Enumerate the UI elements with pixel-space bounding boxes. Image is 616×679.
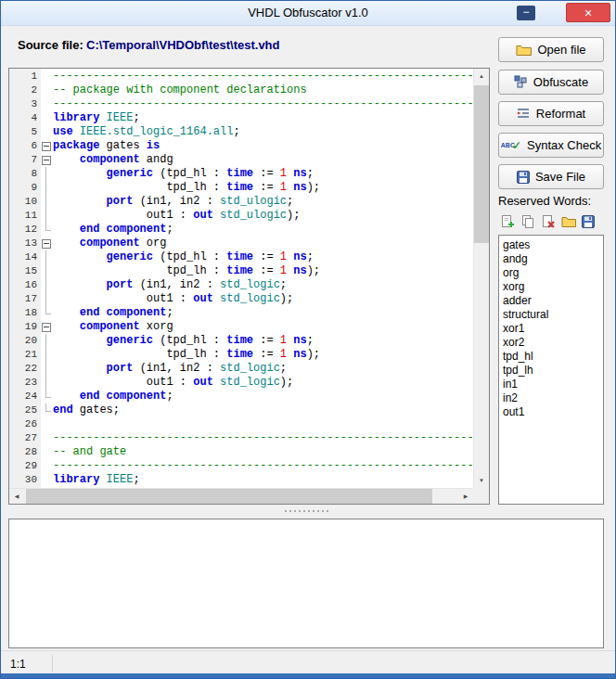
code-line: 5use IEEE.std_logic_1164.all; <box>9 125 473 139</box>
save-file-label: Save File <box>535 170 585 184</box>
code-line: 1---------------------------------------… <box>9 70 473 83</box>
close-button[interactable]: ✕ <box>566 3 610 22</box>
save-wordlist-icon[interactable] <box>582 215 595 228</box>
open-file-button[interactable]: Open file <box>498 37 604 62</box>
reformat-label: Reformat <box>536 107 585 121</box>
code-line: 15 tpd_lh : time := 1 ns); <box>9 264 473 278</box>
scroll-right-icon[interactable]: ▶ <box>458 489 473 504</box>
code-line: 12 end component; <box>9 223 473 237</box>
code-line: 16 port (in1, in2 : std_logic; <box>9 278 473 292</box>
code-line: 4library IEEE; <box>9 111 473 125</box>
cursor-position: 1:1 <box>10 658 26 671</box>
reserved-word-item[interactable]: out1 <box>499 405 603 419</box>
code-line: 25end gates; <box>9 404 473 417</box>
code-line: 28-- and gate <box>9 445 473 459</box>
app-window: VHDL Obfuscator v1.0 − ✕ Source file: C:… <box>0 0 616 679</box>
reserved-word-item[interactable]: in2 <box>499 391 603 405</box>
code-line: 26 <box>9 417 473 431</box>
minimize-button[interactable]: − <box>517 6 535 20</box>
code-line: 29--------------------------------------… <box>9 459 473 473</box>
add-word-icon[interactable] <box>500 214 515 229</box>
code-line: 7 component andg <box>9 153 473 167</box>
paste-word-icon[interactable] <box>520 214 535 229</box>
reserved-word-item[interactable]: gates <box>499 238 603 252</box>
fold-minus-icon[interactable] <box>42 156 51 165</box>
code-line: 8 generic (tpd_hl : time := 1 ns; <box>9 167 473 181</box>
horizontal-scroll-thumb[interactable] <box>26 489 432 504</box>
delete-word-icon[interactable] <box>541 214 556 229</box>
code-line: 24 end component; <box>9 390 473 404</box>
horizontal-scrollbar[interactable]: ◀ ▶ <box>9 488 473 504</box>
status-divider <box>52 655 53 673</box>
source-file-path: C:\Temporal\VHDObf\test\test.vhd <box>86 38 280 52</box>
code-line: 20 generic (tpd_hl : time := 1 ns; <box>9 334 473 348</box>
obfuscate-button[interactable]: Obfuscate <box>498 70 604 95</box>
vertical-scroll-thumb[interactable] <box>474 85 489 243</box>
save-file-button[interactable]: Save File <box>498 164 604 189</box>
scroll-down-icon[interactable]: ▼ <box>474 473 489 488</box>
reserved-word-item[interactable]: structural <box>499 308 603 322</box>
code-line: 9 tpd_lh : time := 1 ns); <box>9 181 473 195</box>
code-line: 18 end component; <box>9 306 473 320</box>
scrollbar-corner <box>473 488 489 504</box>
reserved-word-item[interactable]: tpd_lh <box>499 364 603 378</box>
reserved-word-item[interactable]: adder <box>499 294 603 308</box>
reserved-words-label: Reserved Words: <box>498 194 591 208</box>
reserved-word-item[interactable]: andg <box>499 252 603 266</box>
obfuscate-label: Obfuscate <box>533 75 588 89</box>
reformat-icon <box>517 108 531 120</box>
window-border-bottom <box>1 673 615 678</box>
reserved-words-list[interactable]: gatesandgorgxorgadderstructuralxor1xor2t… <box>498 235 604 505</box>
syntax-check-button[interactable]: ABC✓ Syntax Check <box>498 133 604 158</box>
scroll-up-icon[interactable]: ▲ <box>474 69 489 83</box>
reserved-word-item[interactable]: org <box>499 266 603 280</box>
code-line: 2-- package with component declarations <box>9 83 473 97</box>
code-line: 13 component org <box>9 237 473 250</box>
source-file-label: Source file: <box>18 38 83 52</box>
panel-splitter[interactable] <box>8 506 604 517</box>
output-panel[interactable] <box>8 519 604 648</box>
reserved-word-item[interactable]: xor1 <box>499 322 603 336</box>
code-line: 6package gates is <box>9 139 473 153</box>
code-line: 3---------------------------------------… <box>9 97 473 111</box>
code-editor[interactable]: 1---------------------------------------… <box>8 68 490 505</box>
code-line: 21 tpd_lh : time := 1 ns); <box>9 348 473 362</box>
fold-minus-icon[interactable] <box>42 323 51 332</box>
status-bar: 1:1 <box>1 650 615 676</box>
fold-minus-icon[interactable] <box>42 239 51 249</box>
reserved-word-item[interactable]: tpd_hl <box>499 350 603 364</box>
reserved-words-toolbar <box>500 212 604 231</box>
reserved-word-item[interactable]: xor2 <box>499 336 603 350</box>
open-wordlist-icon[interactable] <box>561 215 576 228</box>
fold-minus-icon[interactable] <box>42 142 51 151</box>
code-line: 30library IEEE; <box>9 473 473 487</box>
code-line: 11 out1 : out std_ulogic); <box>9 209 473 223</box>
reformat-button[interactable]: Reformat <box>498 101 604 126</box>
code-line: 17 out1 : out std_logic); <box>9 292 473 306</box>
code-line: 27--------------------------------------… <box>9 431 473 445</box>
syntax-check-icon: ABC✓ <box>501 139 521 152</box>
title-bar: VHDL Obfuscator v1.0 − ✕ <box>1 1 615 26</box>
code-line: 14 generic (tpd_hl : time := 1 ns; <box>9 250 473 264</box>
code-lines: 1---------------------------------------… <box>9 70 473 488</box>
open-folder-icon <box>516 44 532 57</box>
save-file-icon <box>517 171 530 184</box>
reserved-word-item[interactable]: xorg <box>499 280 603 294</box>
open-file-label: Open file <box>537 43 585 57</box>
reserved-word-item[interactable]: in1 <box>499 378 603 391</box>
code-line: 10 port (in1, in2 : std_ulogic; <box>9 195 473 209</box>
vertical-scrollbar[interactable]: ▲ ▼ <box>473 69 489 488</box>
syntax-check-label: Syntax Check <box>527 138 601 152</box>
code-line: 23 out1 : out std_logic); <box>9 376 473 390</box>
code-line: 22 port (in1, in2 : std_logic; <box>9 362 473 376</box>
obfuscate-icon <box>514 75 528 89</box>
code-line: 19 component xorg <box>9 320 473 334</box>
scroll-left-icon[interactable]: ◀ <box>9 489 24 504</box>
